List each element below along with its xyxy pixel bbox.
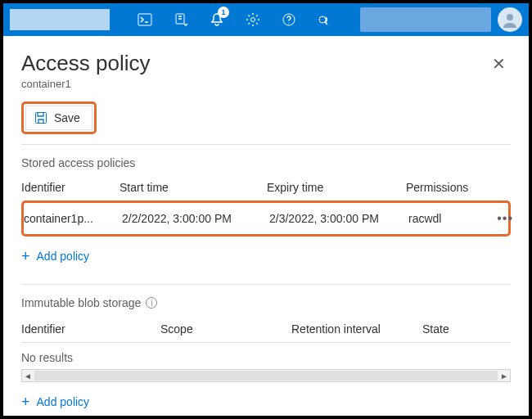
close-icon[interactable]: ✕ [487,51,511,77]
notification-badge: 1 [218,7,229,18]
stored-policy-row[interactable]: container1p... 2/2/2022, 3:00:00 PM 2/3/… [24,205,508,232]
scroll-track[interactable] [34,371,498,381]
stored-row-highlight: container1p... 2/2/2022, 3:00:00 PM 2/3/… [21,200,511,237]
plus-icon: + [21,250,30,262]
row-expiry: 2/3/2022, 3:00:00 PM [269,212,408,225]
directories-icon[interactable] [165,3,196,36]
save-button[interactable]: Save [25,106,92,130]
top-bar: 1 [3,3,529,36]
search-input[interactable] [10,9,110,30]
save-icon [34,111,47,124]
horizontal-scrollbar[interactable]: ◄ ► [21,369,511,382]
feedback-icon[interactable] [309,3,340,36]
col-identifier2: Identifier [21,322,160,336]
panel-title: Access policy [21,51,487,76]
add-immutable-label: Add policy [37,395,90,408]
divider [21,284,511,285]
scroll-right-arrow[interactable]: ► [498,372,510,381]
access-policy-panel: Access policy container1 ✕ Save Stored a… [3,36,529,419]
panel-header: Access policy container1 ✕ [21,51,511,90]
col-retention: Retention interval [291,322,422,336]
account-info[interactable] [360,7,491,32]
no-results-text: No results [21,343,511,369]
stored-section-label: Stored access policies [21,156,511,169]
cloud-shell-icon[interactable] [129,3,160,36]
row-start: 2/2/2022, 3:00:00 PM [122,212,269,225]
topbar-right [360,7,522,32]
col-state: State [422,322,504,336]
immutable-section-label: Immutable blob storage i [21,296,511,309]
save-highlight: Save [21,101,97,134]
panel-subtitle: container1 [21,78,487,90]
svg-point-5 [507,14,513,20]
col-scope: Scope [160,322,291,336]
immutable-section-text: Immutable blob storage [21,296,141,309]
immutable-header-row: Identifier Scope Retention interval Stat… [21,318,511,343]
plus-icon: + [21,396,30,408]
help-icon[interactable] [273,3,304,36]
add-stored-policy-button[interactable]: + Add policy [21,250,89,263]
col-start: Start time [119,181,267,194]
add-stored-label: Add policy [37,250,90,263]
avatar[interactable] [498,7,522,32]
stored-header-row: Identifier Start time Expiry time Permis… [21,178,511,197]
info-icon[interactable]: i [146,297,157,309]
svg-point-2 [251,18,255,22]
save-label: Save [54,111,80,124]
add-immutable-policy-button[interactable]: + Add policy [21,395,89,408]
svg-point-4 [319,16,326,23]
topbar-icons: 1 [129,3,340,36]
scroll-left-arrow[interactable]: ◄ [22,372,34,381]
col-expiry: Expiry time [267,181,406,194]
row-permissions: racwdl [408,212,490,225]
svg-rect-0 [138,14,151,25]
notifications-icon[interactable]: 1 [201,3,232,36]
col-identifier: Identifier [21,181,119,194]
col-permissions: Permissions [406,181,488,194]
row-identifier: container1p... [24,212,122,225]
row-more-icon[interactable]: ••• [490,211,513,226]
divider [21,144,511,145]
settings-icon[interactable] [237,3,268,36]
